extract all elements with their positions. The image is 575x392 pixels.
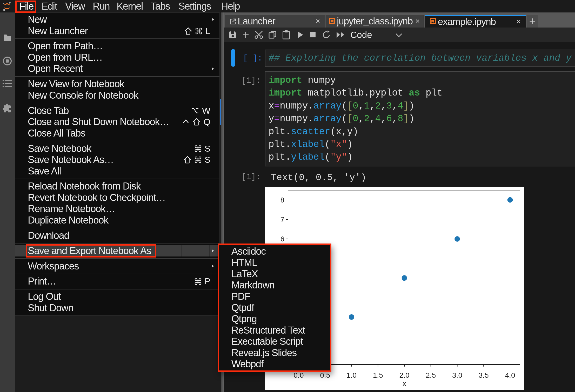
svg-text:4.0: 4.0 <box>505 371 515 379</box>
svg-text:1.0: 1.0 <box>346 371 357 379</box>
svg-text:8: 8 <box>280 196 284 204</box>
svg-text:0.5: 0.5 <box>320 371 330 379</box>
svg-text:2.5: 2.5 <box>426 371 436 379</box>
svg-text:3.5: 3.5 <box>479 371 489 379</box>
svg-text:x: x <box>403 379 406 388</box>
svg-text:0.0: 0.0 <box>294 371 304 379</box>
svg-text:2.0: 2.0 <box>399 371 410 379</box>
svg-text:1.5: 1.5 <box>373 371 383 379</box>
svg-text:3.0: 3.0 <box>452 371 462 379</box>
svg-text:6: 6 <box>280 235 284 243</box>
svg-text:7: 7 <box>280 215 284 224</box>
